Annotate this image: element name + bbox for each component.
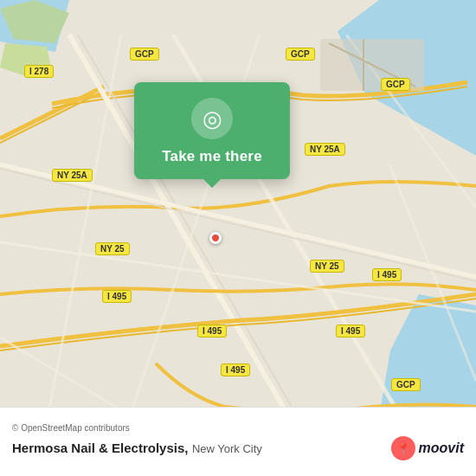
attribution-text: © OpenStreetMap contributors — [12, 423, 130, 433]
road-label-gcp4: GCP — [391, 378, 421, 391]
road-label-ny25-2: NY 25 — [310, 260, 344, 273]
location-pin-icon: ◎ — [203, 107, 222, 130]
moovit-text: moovit — [419, 441, 464, 456]
road-label-ny25a2: NY 25A — [305, 143, 345, 156]
place-city: New York City — [192, 442, 262, 455]
place-name: Hermosa Nail & Electrolysis, — [12, 441, 188, 455]
road-label-i495-3: I 495 — [197, 325, 227, 338]
attribution: © OpenStreetMap contributors — [12, 423, 464, 433]
take-me-there-button[interactable]: Take me there — [162, 148, 262, 165]
road-label-i495-4: I 495 — [336, 325, 365, 338]
road-label-ny25a1: NY 25A — [52, 169, 93, 182]
svg-line-6 — [0, 169, 476, 281]
road-label-gcp2: GCP — [286, 48, 315, 61]
road-label-i495-2: I 495 — [372, 268, 402, 281]
place-info: Hermosa Nail & Electrolysis, New York Ci… — [12, 441, 262, 456]
moovit-pin-icon: 📍 — [396, 442, 410, 455]
road-label-i278: I 278 — [24, 65, 54, 78]
title-row: Hermosa Nail & Electrolysis, New York Ci… — [12, 436, 464, 460]
take-me-there-popup[interactable]: ◎ Take me there — [134, 82, 290, 179]
map-location-dot — [209, 232, 222, 244]
svg-line-0 — [0, 87, 104, 138]
roads-svg — [0, 0, 476, 476]
bottom-bar: © OpenStreetMap contributors Hermosa Nai… — [0, 407, 476, 476]
moovit-icon: 📍 — [391, 436, 415, 460]
road-label-gcp3: GCP — [381, 78, 410, 91]
road-label-gcp1: GCP — [130, 48, 159, 61]
road-label-i495-1: I 495 — [102, 290, 132, 303]
road-label-i495-5: I 495 — [221, 363, 250, 376]
road-label-ny25-1: NY 25 — [95, 242, 130, 255]
location-pin-circle: ◎ — [191, 98, 233, 139]
moovit-logo: 📍 moovit — [391, 436, 464, 460]
map-container: I 278GCPGCPGCPNY 25ANY 25ANYNY 25NY 25I … — [0, 0, 476, 476]
